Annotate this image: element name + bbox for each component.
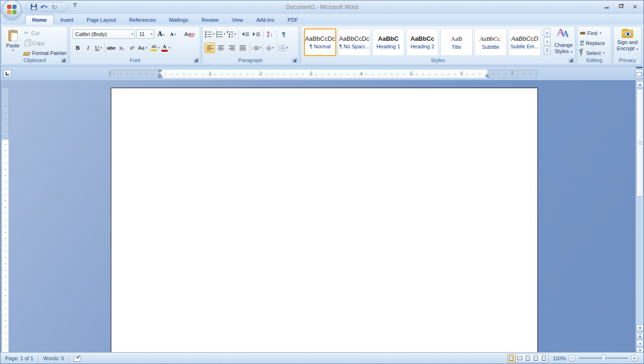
select-button[interactable]: Select ▾: [580, 48, 605, 57]
style-normal[interactable]: AaBbCcDc ¶ Normal: [304, 28, 336, 56]
italic-button[interactable]: I: [83, 43, 93, 53]
undo-button[interactable]: ↶▾: [40, 3, 48, 11]
font-name-dropdown-icon[interactable]: ▾: [131, 32, 133, 36]
horizontal-ruler[interactable]: 1 1 2 3 4 5 6 7: [108, 70, 538, 78]
outline-view-button[interactable]: [532, 354, 540, 362]
strikethrough-button[interactable]: abe: [106, 43, 116, 53]
vertical-scrollbar[interactable]: ▲ ▼ ▲ ● ▼: [635, 80, 644, 353]
view-ruler-toggle-button[interactable]: [635, 69, 643, 79]
superscript-button[interactable]: x²: [127, 43, 137, 53]
scroll-up-button[interactable]: ▲: [636, 81, 644, 88]
format-painter-button[interactable]: Format Painter: [24, 48, 67, 57]
font-dialog-launcher[interactable]: [194, 58, 199, 63]
style-no-spacing[interactable]: AaBbCcDc ¶ No Spaci...: [338, 28, 370, 56]
font-color-button[interactable]: A ▾: [161, 43, 171, 53]
paste-dropdown-icon[interactable]: ▾: [12, 48, 14, 52]
full-screen-reading-view-button[interactable]: [516, 354, 524, 362]
tab-insert[interactable]: Insert: [54, 15, 80, 25]
align-left-button[interactable]: [205, 43, 215, 53]
tab-view[interactable]: View: [225, 15, 250, 25]
bullets-dropdown-icon[interactable]: ▾: [213, 32, 215, 36]
borders-button[interactable]: ▾: [278, 43, 289, 53]
undo-dropdown-icon[interactable]: ▾: [46, 5, 48, 9]
font-size-dropdown-icon[interactable]: ▾: [151, 32, 152, 36]
document-page[interactable]: [111, 88, 538, 354]
select-browse-object-button[interactable]: ●: [636, 340, 644, 346]
clipboard-dialog-launcher[interactable]: [61, 58, 66, 63]
zoom-slider-track[interactable]: [579, 357, 628, 359]
font-size-combobox[interactable]: 11 ▾: [136, 29, 154, 39]
align-right-button[interactable]: [226, 43, 237, 53]
tab-stop-selector[interactable]: [3, 70, 11, 78]
styles-scroll-down-button[interactable]: ▾: [544, 37, 551, 46]
underline-button[interactable]: U▾: [93, 43, 104, 53]
spellcheck-status-button[interactable]: ✓: [69, 353, 86, 364]
clear-formatting-button[interactable]: Aa: [182, 29, 193, 39]
vertical-ruler[interactable]: [2, 88, 9, 353]
redo-button[interactable]: ↻: [50, 3, 59, 11]
align-center-button[interactable]: [215, 43, 226, 53]
find-button[interactable]: Find ▾: [580, 28, 605, 37]
change-styles-button[interactable]: AA Change Styles ▾: [552, 28, 575, 59]
shading-button[interactable]: ▾: [265, 43, 275, 53]
print-layout-view-button[interactable]: [508, 354, 516, 362]
bullets-button[interactable]: ▾: [205, 29, 215, 39]
change-case-dropdown-icon[interactable]: ▾: [145, 46, 147, 50]
tab-home[interactable]: Home: [25, 15, 54, 25]
zoom-slider-thumb[interactable]: [601, 355, 606, 361]
styles-gallery-more-button[interactable]: ▾: [544, 46, 551, 55]
scroll-down-button[interactable]: ▼: [636, 325, 644, 331]
save-button[interactable]: [29, 3, 38, 11]
right-indent-marker[interactable]: [485, 74, 490, 77]
line-spacing-dropdown-icon[interactable]: ▾: [259, 46, 261, 50]
minimize-button[interactable]: [603, 3, 610, 9]
replace-button[interactable]: abac Replace: [580, 38, 605, 47]
web-layout-view-button[interactable]: [524, 354, 532, 362]
restore-button[interactable]: [617, 3, 625, 9]
tab-page-layout[interactable]: Page Layout: [80, 15, 123, 25]
numbering-dropdown-icon[interactable]: ▾: [224, 32, 225, 36]
line-spacing-button[interactable]: ↕ ▾: [251, 43, 261, 53]
copy-button[interactable]: Copy: [24, 38, 67, 47]
subscript-button[interactable]: x₂: [116, 43, 127, 53]
zoom-level-button[interactable]: 110%: [553, 355, 566, 361]
left-indent-marker[interactable]: [158, 76, 162, 78]
text-highlight-button[interactable]: ab ▾: [150, 43, 161, 53]
previous-page-button[interactable]: ▲: [636, 332, 644, 339]
show-hide-marks-button[interactable]: ¶: [278, 29, 289, 39]
grow-font-button[interactable]: A▴: [156, 29, 166, 39]
close-button[interactable]: ×: [631, 3, 639, 9]
tab-pdf[interactable]: PDF: [281, 15, 304, 25]
highlight-dropdown-icon[interactable]: ▾: [158, 46, 160, 50]
sign-and-encrypt-button[interactable]: Sign and Encrypt ▾: [615, 28, 640, 58]
word-count-indicator[interactable]: Words: 0: [38, 353, 69, 364]
paragraph-dialog-launcher[interactable]: [292, 58, 297, 63]
draft-view-button[interactable]: [540, 354, 548, 362]
sort-button[interactable]: AZ ↓: [265, 29, 275, 39]
shrink-font-button[interactable]: A▾: [168, 29, 178, 39]
office-button[interactable]: [2, 0, 22, 19]
style-subtle-emphasis[interactable]: AaBbCcD Subtle Em...: [509, 28, 541, 56]
scrollbar-thumb[interactable]: [636, 89, 644, 197]
change-case-button[interactable]: Aa▾: [137, 43, 148, 53]
font-color-dropdown-icon[interactable]: ▾: [169, 46, 170, 50]
customize-qat-button[interactable]: ▾: [72, 3, 78, 11]
tab-mailings[interactable]: Mailings: [162, 15, 195, 25]
numbering-button[interactable]: 123 ▾: [215, 29, 226, 39]
tab-review[interactable]: Review: [195, 15, 225, 25]
zoom-out-button[interactable]: −: [569, 355, 576, 362]
style-heading-1[interactable]: AaBbC Heading 1: [372, 28, 404, 56]
page-count-indicator[interactable]: Page: 1 of 1: [0, 353, 38, 364]
style-heading-2[interactable]: AaBbCc Heading 2: [406, 28, 438, 56]
bold-button[interactable]: B: [72, 43, 83, 53]
decrease-indent-button[interactable]: [240, 29, 250, 39]
font-name-combobox[interactable]: Calibri (Body) ▾: [72, 29, 135, 39]
styles-scroll-up-button[interactable]: ▴: [544, 28, 551, 37]
increase-indent-button[interactable]: [251, 29, 261, 39]
justify-button[interactable]: [237, 43, 248, 53]
underline-dropdown-icon[interactable]: ▾: [100, 46, 102, 50]
tab-add-ins[interactable]: Add-Ins: [250, 15, 281, 25]
tab-references[interactable]: References: [123, 15, 162, 25]
multilevel-list-button[interactable]: ▾: [226, 29, 237, 39]
borders-dropdown-icon[interactable]: ▾: [286, 46, 288, 50]
